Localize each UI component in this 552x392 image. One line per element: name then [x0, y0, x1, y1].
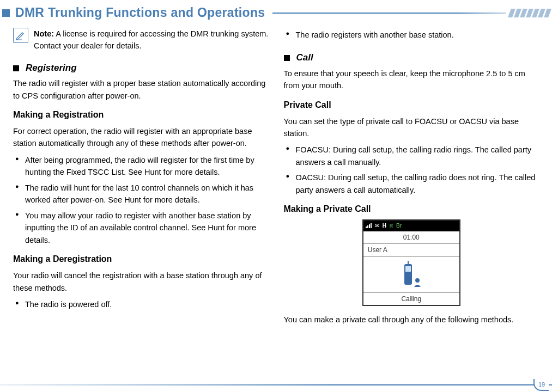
section-title: Call — [296, 51, 313, 65]
list-item: The radio registers with another base st… — [284, 29, 539, 41]
header-rule-line — [272, 13, 506, 14]
deregistration-bullets: The radio is powered off. — [13, 298, 269, 310]
registration-bullets: After being programmed, the radio will r… — [13, 154, 269, 246]
list-item: FOACSU: During call setup, the calling r… — [284, 144, 539, 168]
left-column: Note: A license is required for accessin… — [5, 28, 276, 330]
making-private-call-head: Making a Private Call — [284, 203, 539, 216]
section-title: Registering — [26, 61, 77, 75]
link-icon: ⎘ — [390, 222, 393, 230]
list-item: After being programmed, the radio will r… — [13, 154, 269, 179]
page-number: 19 — [533, 379, 549, 391]
list-item: The radio will hunt for the last 10 cont… — [13, 182, 269, 206]
footer-rule-line — [0, 384, 552, 385]
private-call-bullets: FOACSU: During call setup, the calling r… — [284, 144, 539, 196]
note-block: Note: A license is required for accessin… — [13, 28, 269, 52]
signal-icon — [366, 223, 372, 228]
phone-status-bar: ✉ H ⎘ Br — [363, 220, 459, 231]
registering-intro: The radio will register with a proper ba… — [13, 77, 269, 102]
page-title: DMR Trunking Functions and Operations — [15, 5, 265, 20]
list-item: You may allow your radio to register wit… — [13, 210, 269, 246]
making-registration-head: Making a Registration — [13, 108, 269, 122]
envelope-icon: ✉ — [375, 222, 379, 230]
private-call-head: Private Call — [284, 99, 539, 112]
phone-time: 01:00 — [363, 231, 459, 244]
status-h: H — [383, 222, 386, 230]
note-label: Note: — [34, 29, 54, 38]
phone-screen-illustration: ✉ H ⎘ Br 01:00 User A Calling — [362, 219, 460, 306]
section-square-icon — [13, 65, 19, 71]
section-square-icon — [284, 55, 290, 61]
phone-user: User A — [363, 244, 459, 257]
section-call: Call — [284, 51, 539, 65]
svg-point-4 — [415, 278, 420, 283]
content-columns: Note: A license is required for accessin… — [0, 28, 552, 330]
phone-calling-graphic — [363, 257, 459, 293]
header-square-icon — [2, 9, 10, 17]
making-deregistration-intro: Your radio will cancel the registration … — [13, 270, 269, 294]
status-br: Br — [396, 222, 402, 230]
private-call-intro: You can set the type of private call to … — [284, 115, 539, 140]
list-item: The radio is powered off. — [13, 298, 269, 310]
note-body: A license is required for accessing the … — [34, 29, 268, 50]
making-registration-intro: For correct operation, the radio will re… — [13, 125, 269, 150]
list-item: OACSU: During call setup, the calling ra… — [284, 171, 539, 196]
note-text: Note: A license is required for accessin… — [34, 28, 269, 52]
svg-rect-2 — [405, 266, 411, 272]
note-pencil-icon — [13, 28, 28, 43]
private-call-outro: You can make a private call through any … — [284, 314, 539, 326]
right-column: The radio registers with another base st… — [276, 28, 547, 330]
page-header: DMR Trunking Functions and Operations — [0, 0, 552, 23]
header-stripes-icon — [508, 9, 551, 17]
call-intro: To ensure that your speech is clear, kee… — [284, 68, 539, 92]
making-deregistration-head: Making a Deregistration — [13, 253, 269, 266]
section-registering: Registering — [13, 61, 269, 75]
phone-calling-label: Calling — [363, 293, 459, 305]
top-right-bullets: The radio registers with another base st… — [284, 29, 539, 41]
